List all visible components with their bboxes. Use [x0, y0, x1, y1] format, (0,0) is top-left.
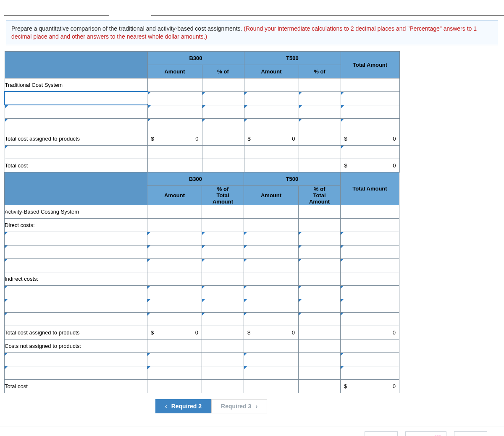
- hdr2-t500: T500: [244, 172, 341, 185]
- cell-b300-pct-2[interactable]: [202, 105, 244, 118]
- row-indirect-3[interactable]: [5, 312, 147, 326]
- row-direct-label: Direct costs:: [5, 218, 147, 232]
- required-tabs: ‹ Required 2 Required 3 ›: [155, 399, 504, 413]
- cell-t500-pct-1[interactable]: [299, 91, 341, 105]
- context-tab-right: [151, 0, 504, 16]
- cell-t500-total-assigned: $0: [244, 132, 299, 145]
- row-extra-1[interactable]: [5, 145, 147, 159]
- abc-table: B300 T500 Total Amount Amount % of Total…: [4, 172, 399, 393]
- chevron-right-icon: ›: [255, 403, 257, 410]
- hdr-b300: B300: [147, 51, 244, 65]
- prev-button[interactable]: ‹ Prev: [365, 431, 398, 436]
- page-indicator[interactable]: 7 of 8: [405, 431, 446, 436]
- required-2-label: Required 2: [171, 403, 202, 410]
- bottom-nav: ‹ Prev 7 of 8 Next ›: [0, 426, 504, 436]
- hdr-t500: T500: [244, 51, 341, 65]
- cell-b300-pct-3[interactable]: [202, 118, 244, 132]
- row-notassigned-1[interactable]: [5, 352, 147, 366]
- row-abc-label: Activity-Based Costing System: [5, 205, 147, 218]
- cell-t500-pct-3[interactable]: [299, 118, 341, 132]
- cell-b300-amt-2[interactable]: [147, 105, 202, 118]
- instructions-text: Prepare a quantitative comparison of the…: [11, 25, 244, 32]
- required-2-tab[interactable]: ‹ Required 2: [155, 399, 211, 413]
- row-select-1[interactable]: ▼: [5, 91, 147, 105]
- traditional-table: B300 T500 Total Amount Amount % of Amoun…: [4, 51, 400, 172]
- cell-abc-total-assigned: 0: [341, 326, 399, 339]
- hdr2-t500-amount: Amount: [244, 185, 299, 205]
- cell-total-2[interactable]: [341, 105, 399, 118]
- hdr-total-amount: Total Amount: [341, 51, 399, 78]
- cell-total-1[interactable]: [341, 91, 399, 105]
- row-traditional-label: Traditional Cost System: [5, 78, 147, 91]
- cell-extra-total-1[interactable]: [341, 145, 399, 159]
- cell-t500-amt-2[interactable]: [244, 105, 299, 118]
- hdr2-blank: [5, 172, 147, 205]
- instructions-box: Prepare a quantitative comparison of the…: [6, 20, 498, 45]
- hdr-t500-amount: Amount: [244, 65, 299, 78]
- row-notassigned-2[interactable]: [5, 366, 147, 379]
- hdr2-total-amount: Total Amount: [341, 172, 399, 205]
- cell-abc-t500-total-assigned: $0: [244, 326, 299, 339]
- cell-t500-amt-3[interactable]: [244, 118, 299, 132]
- row-abc-total-cost-label: Total cost: [5, 379, 147, 393]
- hdr-blank: [5, 51, 147, 78]
- row-indirect-2[interactable]: [5, 299, 147, 312]
- row-abc-total-assigned-label: Total cost assigned to products: [5, 326, 147, 339]
- cell-b300-pct-1[interactable]: [202, 91, 244, 105]
- hdr-b300-amount: Amount: [147, 65, 202, 78]
- row-select-2[interactable]: [5, 105, 147, 118]
- cell-b300-amt-1[interactable]: [147, 91, 202, 105]
- cell-b300-amt-3[interactable]: [147, 118, 202, 132]
- cell-t500-amt-1[interactable]: [244, 91, 299, 105]
- hdr-b300-pct: % of: [202, 65, 244, 78]
- context-tab-left: [4, 0, 109, 16]
- row-direct-3[interactable]: [5, 258, 147, 272]
- cell-total-assigned: $0: [341, 132, 399, 145]
- cell-abc-b300-total-assigned: $0: [147, 326, 202, 339]
- required-3-label: Required 3: [221, 403, 251, 410]
- next-button[interactable]: Next ›: [454, 431, 487, 436]
- cell-t500-pct-2[interactable]: [299, 105, 341, 118]
- row-indirect-1[interactable]: [5, 285, 147, 299]
- hdr2-b300-amount: Amount: [147, 185, 202, 205]
- row-indirect-label: Indirect costs:: [5, 272, 147, 285]
- required-3-tab[interactable]: Required 3 ›: [211, 399, 267, 413]
- hdr2-b300: B300: [147, 172, 244, 185]
- row-direct-1[interactable]: [5, 232, 147, 245]
- cell-total-cost: $0: [341, 159, 399, 172]
- row-direct-2[interactable]: [5, 245, 147, 258]
- hdr2-b300-pct: % of Total Amount: [202, 185, 244, 205]
- row-costs-not-assigned-label: Costs not assigned to products:: [5, 339, 147, 352]
- row-select-3[interactable]: [5, 118, 147, 132]
- cell-total-3[interactable]: [341, 118, 399, 132]
- cell-abc-total-cost: $0: [341, 379, 399, 393]
- hdr-t500-pct: % of: [299, 65, 341, 78]
- row-total-cost-label: Total cost: [5, 159, 147, 172]
- cell-b300-total-assigned: $0: [147, 132, 202, 145]
- row-total-assigned-label: Total cost assigned to products: [5, 132, 147, 145]
- hdr2-t500-pct: % of Total Amount: [299, 185, 341, 205]
- chevron-left-icon: ‹: [165, 403, 167, 410]
